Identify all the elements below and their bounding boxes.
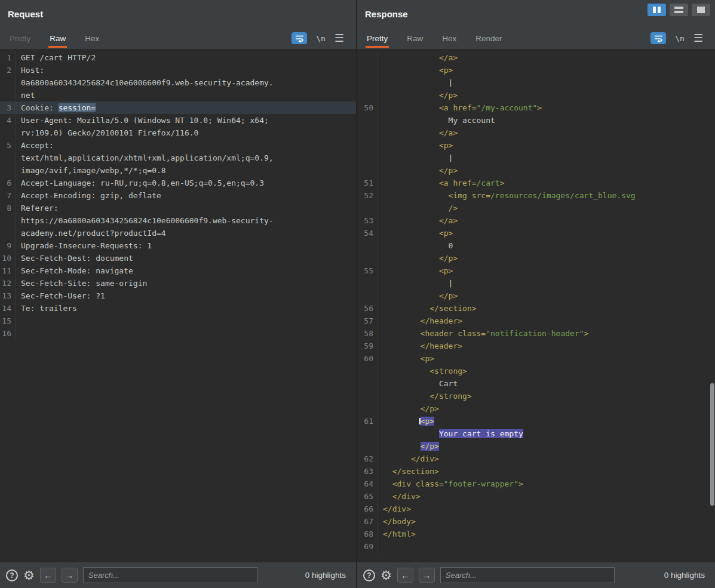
code-line[interactable]: 1GET /cart HTTP/2 (0, 51, 356, 64)
code-line[interactable]: 15 (0, 315, 356, 327)
response-editor[interactable]: </a> <p> | </p>50 <a href="/my-account">… (357, 49, 715, 562)
code-line[interactable]: 52 <img src=/resources/images/cart_blue.… (357, 189, 715, 202)
response-search-input[interactable] (440, 567, 615, 583)
code-text: </p> (383, 404, 439, 413)
code-line[interactable]: </p> (357, 440, 715, 452)
code-line[interactable]: <strong> (357, 365, 715, 377)
code-line[interactable]: 58 <header class="notification-header"> (357, 327, 715, 340)
newline-icon[interactable]: \n (675, 34, 685, 43)
code-line[interactable]: 9Upgrade-Insecure-Requests: 1 (0, 239, 356, 252)
code-line[interactable]: 61 <p> (357, 415, 715, 427)
response-tab-raw[interactable]: Raw (406, 30, 424, 47)
code-line[interactable]: | (357, 76, 715, 89)
previous-match-button[interactable]: ← (397, 568, 413, 583)
next-match-button[interactable]: → (62, 568, 78, 583)
code-line[interactable]: 68</html> (357, 528, 715, 540)
code-line[interactable]: </strong> (357, 390, 715, 402)
code-line[interactable]: </a> (357, 127, 715, 139)
line-number (357, 377, 378, 390)
code-line[interactable]: 56 </section> (357, 302, 715, 315)
code-line[interactable]: rv:109.0) Gecko/20100101 Firefox/116.0 (0, 127, 356, 139)
code-line[interactable]: image/avif,image/webp,*/*;q=0.8 (0, 164, 356, 177)
code-line[interactable]: 11Sec-Fetch-Mode: navigate (0, 264, 356, 277)
code-line[interactable]: 50 <a href="/my-account"> (357, 101, 715, 114)
code-line[interactable]: 60 <p> (357, 352, 715, 365)
code-line[interactable]: | (357, 152, 715, 164)
previous-match-button[interactable]: ← (40, 568, 56, 583)
code-line[interactable]: 51 <a href=/cart> (357, 177, 715, 189)
code-line[interactable]: 4User-Agent: Mozilla/5.0 (Windows NT 10.… (0, 114, 356, 127)
single-pane-layout-button[interactable] (692, 4, 710, 16)
code-line[interactable]: 6Accept-Language: ru-RU,ru;q=0.8,en-US;q… (0, 177, 356, 189)
response-tab-hex[interactable]: Hex (441, 30, 458, 47)
code-line[interactable]: 53 </a> (357, 214, 715, 227)
code-line[interactable]: 14Te: trailers (0, 302, 356, 315)
rows-layout-button[interactable] (670, 4, 688, 16)
help-icon[interactable]: ? (363, 569, 375, 581)
next-match-button[interactable]: → (419, 568, 435, 583)
hamburger-menu-icon[interactable]: ☰ (693, 33, 703, 44)
code-line[interactable]: </p> (357, 290, 715, 302)
code-line[interactable]: </p> (357, 89, 715, 101)
code-line[interactable]: 57 </header> (357, 315, 715, 327)
response-tab-render[interactable]: Render (474, 30, 503, 47)
code-line[interactable]: 13Sec-Fetch-User: ?1 (0, 290, 356, 302)
code-line[interactable]: Your cart is empty (357, 427, 715, 440)
code-line[interactable]: 64 <div class="footer-wrapper"> (357, 478, 715, 490)
code-line[interactable]: 12Sec-Fetch-Site: same-origin (0, 277, 356, 290)
code-line[interactable]: </a> (357, 51, 715, 64)
code-line[interactable]: 63 </section> (357, 465, 715, 478)
code-line[interactable]: </p> (357, 252, 715, 264)
code-line[interactable]: </p> (357, 402, 715, 415)
hamburger-menu-icon[interactable]: ☰ (335, 33, 344, 44)
code-line[interactable]: 2Host: (0, 64, 356, 76)
line-number: 14 (0, 302, 16, 315)
code-line[interactable]: /> (357, 202, 715, 214)
code-line[interactable]: 10Sec-Fetch-Dest: document (0, 252, 356, 264)
request-tab-hex[interactable]: Hex (84, 30, 100, 47)
request-tab-pretty[interactable]: Pretty (8, 30, 32, 47)
code-line[interactable]: 66</div> (357, 503, 715, 515)
code-line[interactable]: 65 </div> (357, 490, 715, 503)
code-line[interactable]: 0 (357, 239, 715, 252)
request-editor[interactable]: 1GET /cart HTTP/22Host:0a6800a6034342568… (0, 49, 356, 562)
request-search-input[interactable] (83, 567, 257, 583)
request-tab-raw[interactable]: Raw (48, 30, 67, 47)
code-text: Accept: (21, 141, 54, 150)
code-line[interactable]: https://0a6800a603434256824c10e6006600f9… (0, 214, 356, 227)
newline-icon[interactable]: \n (316, 34, 326, 43)
code-text: </section> (383, 304, 477, 313)
code-line[interactable]: My account (357, 114, 715, 127)
line-number: 10 (0, 252, 16, 264)
word-wrap-icon[interactable] (291, 32, 307, 44)
code-line[interactable]: 16 (0, 327, 356, 340)
code-line[interactable]: 8Referer: (0, 202, 356, 214)
line-number (357, 252, 378, 264)
code-line[interactable]: 62 </div> (357, 452, 715, 465)
code-line[interactable]: 54 <p> (357, 227, 715, 239)
code-line[interactable]: 59 </header> (357, 340, 715, 352)
code-line[interactable]: 3Cookie: session= (0, 101, 356, 114)
columns-layout-button[interactable] (648, 4, 666, 16)
response-tab-pretty[interactable]: Pretty (366, 30, 389, 47)
code-line[interactable]: 5Accept: (0, 139, 356, 152)
code-line[interactable]: | (357, 277, 715, 290)
help-icon[interactable]: ? (6, 569, 18, 581)
code-line[interactable]: academy.net/product?productId=4 (0, 227, 356, 239)
code-line[interactable]: 67</body> (357, 515, 715, 528)
settings-gear-icon[interactable]: ⚙ (23, 569, 35, 581)
word-wrap-icon[interactable] (650, 32, 666, 44)
code-text: Cookie: (21, 103, 59, 112)
code-line[interactable]: </p> (357, 164, 715, 177)
code-line[interactable]: <p> (357, 64, 715, 76)
code-line[interactable]: Cart (357, 377, 715, 390)
settings-gear-icon[interactable]: ⚙ (380, 569, 392, 581)
code-line[interactable]: text/html,application/xhtml+xml,applicat… (0, 152, 356, 164)
code-line[interactable]: 69 (357, 540, 715, 553)
code-line[interactable]: 55 <p> (357, 264, 715, 277)
code-line[interactable]: <p> (357, 139, 715, 152)
code-line[interactable]: 7Accept-Encoding: gzip, deflate (0, 189, 356, 202)
vertical-scrollbar[interactable] (710, 383, 714, 506)
code-line[interactable]: net (0, 89, 356, 101)
code-line[interactable]: 0a6800a603434256824c10e6006600f9.web-sec… (0, 76, 356, 89)
